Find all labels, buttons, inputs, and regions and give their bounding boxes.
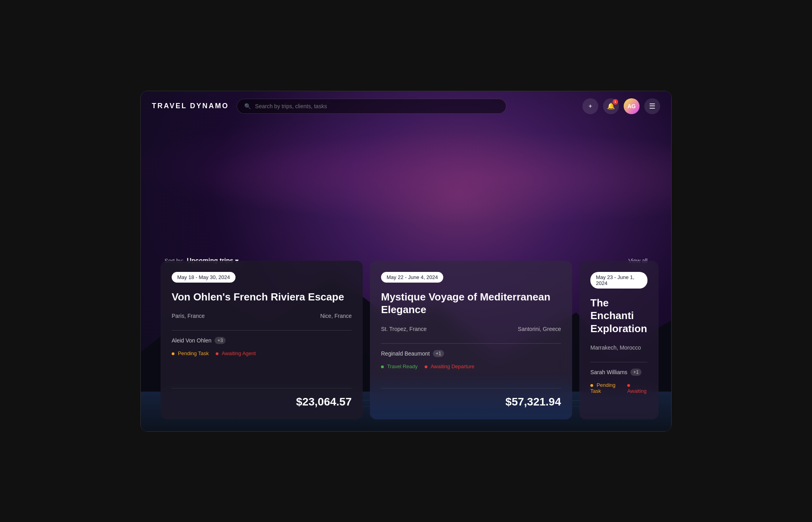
pending-dot [590,384,593,387]
search-bar[interactable]: 🔍 [237,99,506,114]
trip-card[interactable]: May 22 - June 4, 2024 Mystique Voyage of… [370,261,572,419]
awaiting-agent-dot [216,352,218,355]
location-to: Santorini, Greece [518,326,561,332]
awaiting-departure-dot [425,365,427,368]
status-row: Travel Ready Awaiting Departure [381,363,561,369]
status-pending: Pending Task [590,382,620,394]
app-logo: TRAVEL DYNAMO [152,102,229,110]
trip-date-badge: May 18 - May 30, 2024 [172,272,236,283]
status-awaiting-departure: Awaiting Departure [425,363,474,369]
travel-ready-dot [381,365,384,368]
status-awaiting-agent: Awaiting Agent [216,350,256,356]
trip-date-badge: May 22 - June 4, 2024 [381,272,443,283]
trip-locations: Paris, France Nice, France [172,313,352,319]
card-footer: $57,321.94 [381,388,561,408]
client-row: Sarah Williams +1 [590,369,647,376]
trip-date-badge: May 23 - June 1, 2024 [590,272,647,289]
card-footer: $23,064.57 [172,388,352,408]
topbar-actions: + 🔔 1 AG ☰ [582,98,660,114]
trip-title: Mystique Voyage of Mediterranean Eleganc… [381,291,561,316]
pending-dot [172,352,174,355]
topbar: TRAVEL DYNAMO 🔍 + 🔔 1 AG ☰ [141,91,671,121]
cards-section: May 18 - May 30, 2024 Von Ohlen's French… [161,261,671,419]
location-from: Paris, France [172,313,205,319]
trip-price: $23,064.57 [296,396,352,408]
notification-button[interactable]: 🔔 1 [603,98,619,114]
status-travel-ready: Travel Ready [381,363,417,369]
cloud-layer [141,123,671,234]
notification-badge: 1 [613,99,618,105]
status-row: Pending Task Awaiting Agent [172,350,352,356]
location-from: Marrakech, Morocco [590,344,641,351]
menu-button[interactable]: ☰ [644,98,660,114]
app-window: TRAVEL DYNAMO 🔍 + 🔔 1 AG ☰ Sort by: Upco… [140,91,672,432]
avatar-button[interactable]: AG [624,98,640,114]
search-icon: 🔍 [244,103,251,109]
trip-locations: St. Tropez, France Santorini, Greece [381,326,561,332]
extra-guests-badge: +1 [433,350,444,357]
add-button[interactable]: + [582,98,598,114]
extra-guests-badge: +1 [630,369,642,376]
location-to: Nice, France [320,313,352,319]
status-awaiting-agent: Awaiting [627,382,647,394]
trip-title: The Enchanti Exploration [590,296,647,335]
search-input[interactable] [255,103,499,109]
trip-title: Von Ohlen's French Riviera Escape [172,291,352,304]
client-row: Aleid Von Ohlen +3 [172,337,352,344]
trip-locations: Marrakech, Morocco [590,344,647,351]
client-name: Reginald Beaumont [381,350,430,357]
location-from: St. Tropez, France [381,326,427,332]
awaiting-dot [627,384,630,387]
client-row: Reginald Beaumont +1 [381,350,561,357]
status-pending: Pending Task [172,350,209,356]
trip-card[interactable]: May 18 - May 30, 2024 Von Ohlen's French… [161,261,363,419]
extra-guests-badge: +3 [214,337,226,344]
client-name: Sarah Williams [590,369,627,375]
trip-price: $57,321.94 [506,396,561,408]
status-row: Pending Task Awaiting [590,382,647,394]
trip-card[interactable]: May 23 - June 1, 2024 The Enchanti Explo… [579,261,659,419]
client-name: Aleid Von Ohlen [172,337,211,344]
